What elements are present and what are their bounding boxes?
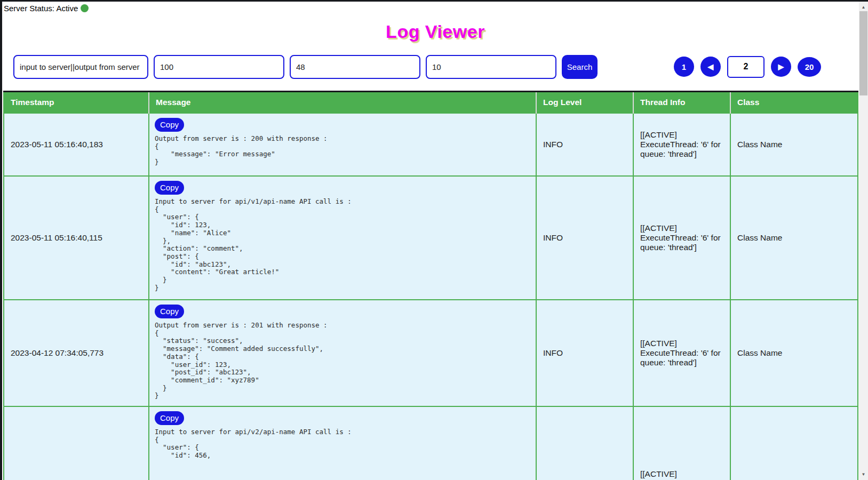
timestamp-cell: 2023-05-11 05:16:40,183 (4, 113, 149, 176)
window-top-edge (0, 0, 868, 2)
window-left-edge (0, 0, 2, 480)
log-level-cell (536, 406, 633, 480)
copy-button[interactable]: Copy (155, 305, 184, 318)
log-message-text: Input to server for api/v2/api-name API … (155, 428, 530, 460)
log-level-cell: INFO (536, 176, 633, 300)
thread-info-cell: [[ACTIVE] ExecuteThread: '6' for queue: … (633, 176, 730, 300)
column-header-class: Class (730, 92, 858, 114)
timestamp-cell: 2023-05-11 05:16:40,115 (4, 176, 149, 300)
pagination: 1 ◀ ▶ 20 (674, 56, 821, 78)
search-group: Search (13, 55, 598, 79)
copy-button[interactable]: Copy (155, 411, 184, 425)
controls-bar: Search 1 ◀ ▶ 20 (13, 54, 868, 79)
table-row: 2023-04-12 07:34:05,773 Copy Output from… (4, 300, 858, 406)
server-status: Server Status: Active (3, 3, 868, 13)
log-table: Timestamp Message Log Level Thread Info … (3, 91, 858, 480)
log-message-text: Output from server is : 200 with respons… (155, 135, 530, 166)
search-param-1-input[interactable] (154, 55, 284, 79)
next-page-icon: ▶ (778, 62, 784, 71)
page-content: Server Status: Active Log Viewer Search … (0, 0, 868, 480)
message-cell: Copy Output from server is : 200 with re… (149, 113, 536, 176)
search-param-3-input[interactable] (426, 55, 556, 79)
prev-page-button[interactable]: ◀ (700, 57, 721, 77)
class-cell (730, 406, 858, 480)
last-page-button[interactable]: 20 (798, 57, 821, 77)
table-header-row: Timestamp Message Log Level Thread Info … (4, 92, 858, 114)
message-cell: Copy Input to server for api/v2/api-name… (149, 406, 536, 480)
prev-page-icon: ◀ (708, 62, 714, 71)
thread-info-cell: [[ACTIVE] ExecuteThread: '6' for queue: … (633, 406, 730, 480)
column-header-thread-info: Thread Info (633, 92, 730, 114)
log-message-text: Output from server is : 201 with respons… (155, 322, 530, 400)
message-cell: Copy Input to server for api/v1/api-name… (149, 176, 536, 300)
page-title: Log Viewer (3, 21, 868, 42)
column-header-timestamp: Timestamp (4, 92, 149, 114)
class-cell: Class Name (730, 176, 858, 300)
table-row: Copy Input to server for api/v2/api-name… (4, 406, 858, 480)
search-query-input[interactable] (13, 55, 148, 79)
log-level-cell: INFO (536, 300, 633, 406)
class-cell: Class Name (730, 113, 858, 176)
server-status-label: Server Status: Active (4, 4, 78, 13)
thread-info-cell: [[ACTIVE] ExecuteThread: '6' for queue: … (633, 300, 730, 406)
search-button[interactable]: Search (562, 55, 598, 79)
timestamp-cell: 2023-04-12 07:34:05,773 (4, 300, 149, 406)
message-cell: Copy Output from server is : 201 with re… (149, 300, 536, 406)
copy-button[interactable]: Copy (155, 118, 184, 132)
vertical-scrollbar[interactable]: ▲ ▼ (859, 2, 868, 480)
log-message-text: Input to server for api/v1/api-name API … (155, 198, 530, 292)
class-cell: Class Name (730, 300, 858, 406)
log-level-cell: INFO (536, 113, 633, 176)
timestamp-cell (4, 406, 149, 480)
scrollbar-down-icon[interactable]: ▼ (859, 470, 868, 478)
next-page-button[interactable]: ▶ (771, 57, 791, 77)
scrollbar-up-icon[interactable]: ▲ (859, 3, 868, 11)
first-page-button[interactable]: 1 (674, 57, 694, 77)
column-header-log-level: Log Level (536, 92, 633, 114)
scrollbar-thumb[interactable] (859, 11, 867, 95)
current-page-input[interactable] (727, 56, 765, 78)
table-row: 2023-05-11 05:16:40,183 Copy Output from… (4, 113, 858, 176)
server-status-active-icon (81, 4, 89, 12)
thread-info-cell: [[ACTIVE] ExecuteThread: '6' for queue: … (633, 113, 730, 176)
search-param-2-input[interactable] (290, 55, 420, 79)
table-row: 2023-05-11 05:16:40,115 Copy Input to se… (4, 176, 858, 300)
column-header-message: Message (149, 92, 536, 114)
copy-button[interactable]: Copy (155, 181, 184, 195)
